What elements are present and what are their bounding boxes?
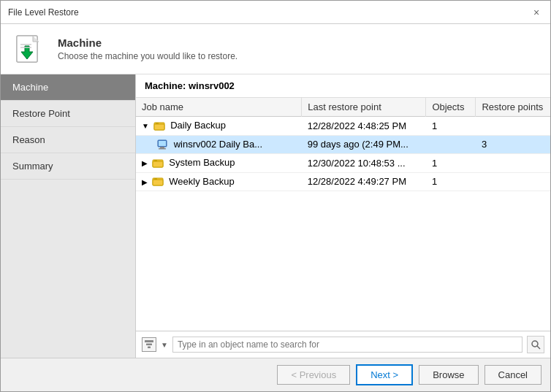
svg-line-22 (537, 346, 540, 349)
svg-rect-11 (159, 141, 166, 146)
svg-rect-19 (146, 344, 152, 346)
header-text: Machine Choose the machine you would lik… (58, 36, 238, 61)
next-button[interactable]: Next > (356, 364, 413, 385)
cancel-button[interactable]: Cancel (484, 365, 542, 385)
close-button[interactable]: × (530, 6, 543, 19)
job-icon (152, 158, 164, 169)
search-bar: ▼ (136, 331, 550, 358)
svg-rect-14 (154, 160, 157, 161)
table-row[interactable]: ▶ System Backup 12/30/2022 10:48:53 ... … (136, 154, 550, 173)
col-restore-points: Restore points (476, 98, 550, 117)
browse-button[interactable]: Browse (419, 365, 478, 385)
svg-rect-7 (156, 123, 159, 124)
table-row[interactable]: ▶ Weekly Backup 12/28/2022 4:49:27 PM 1 (136, 172, 550, 191)
sidebar-item-reason[interactable]: Reason (1, 127, 135, 153)
header-icon (12, 31, 48, 66)
content-area: Machine Restore Point Reason Summary Mac… (1, 74, 550, 358)
table-row[interactable]: winsrv002 Daily Ba... 99 days ago (2:49 … (136, 135, 550, 154)
table-row[interactable]: ▼ Daily Backup 12/28/2022 4:48:25 PM 1 (136, 117, 550, 136)
header-title: Machine (58, 36, 238, 49)
col-last-restore: Last restore point (302, 98, 426, 117)
sidebar-item-machine[interactable]: Machine (1, 74, 135, 101)
machine-label: Machine: winsrv002 (136, 74, 550, 98)
svg-point-21 (532, 341, 538, 347)
expand-icon[interactable]: ▼ (142, 122, 149, 130)
dropdown-arrow[interactable]: ▼ (161, 341, 168, 349)
jobs-table-container[interactable]: Job name Last restore point Objects Rest… (136, 98, 550, 331)
job-icon (152, 176, 164, 188)
svg-rect-16 (153, 180, 163, 185)
sidebar-item-summary[interactable]: Summary (1, 153, 135, 180)
file-level-restore-dialog: File Level Restore × Machine Choose the … (0, 0, 551, 392)
svg-rect-20 (148, 347, 151, 349)
svg-rect-13 (153, 161, 163, 167)
header-subtitle: Choose the machine you would like to res… (58, 51, 238, 61)
main-panel: Machine: winsrv002 Job name Last restore… (136, 74, 550, 358)
title-bar: File Level Restore × (1, 1, 550, 24)
svg-rect-6 (154, 124, 164, 130)
machine-icon (156, 139, 168, 150)
svg-rect-17 (154, 178, 157, 180)
previous-button[interactable]: < Previous (277, 365, 350, 385)
footer: < Previous Next > Browse Cancel (1, 358, 550, 391)
filter-icon[interactable] (142, 337, 156, 352)
dialog-title: File Level Restore (8, 7, 79, 18)
col-objects: Objects (426, 98, 476, 117)
svg-rect-10 (159, 148, 166, 150)
job-icon (153, 120, 165, 132)
header-area: Machine Choose the machine you would lik… (1, 24, 550, 74)
search-input[interactable] (172, 337, 522, 353)
svg-rect-9 (160, 147, 164, 148)
search-button[interactable] (527, 336, 544, 353)
expand-icon[interactable]: ▶ (142, 178, 148, 186)
jobs-table: Job name Last restore point Objects Rest… (136, 98, 550, 191)
sidebar: Machine Restore Point Reason Summary (1, 74, 136, 358)
svg-rect-18 (145, 340, 153, 342)
sidebar-item-restore-point[interactable]: Restore Point (1, 101, 135, 127)
col-job-name: Job name (136, 98, 302, 117)
expand-icon[interactable]: ▶ (142, 159, 148, 167)
